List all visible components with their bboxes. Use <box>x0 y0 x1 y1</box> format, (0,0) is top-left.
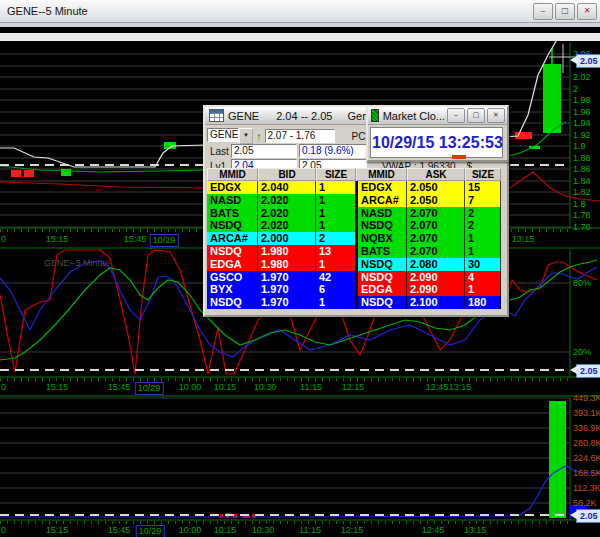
price-cell[interactable]: 1.980 <box>258 258 316 271</box>
price-cell[interactable]: 2.100 <box>407 296 465 309</box>
mmid-cell[interactable]: NSDQ <box>356 296 407 309</box>
mmid-cell[interactable]: BATS <box>207 207 258 220</box>
level2-column-header[interactable]: ASK <box>407 168 465 181</box>
price-cell[interactable]: 2.080 <box>407 258 465 271</box>
up-arrow-icon: ↑ <box>253 130 265 142</box>
clock-datetime: 10/29/15 13:25:53 <box>371 134 503 152</box>
chevron-down-icon[interactable]: ▼ <box>239 128 253 144</box>
mmid-cell[interactable]: NQBX <box>356 232 407 245</box>
symbol-input[interactable]: GENE <box>207 128 239 142</box>
level2-title-quote: 2.04 -- 2.05 <box>276 110 332 122</box>
mmid-cell[interactable]: NSDQ <box>207 296 258 309</box>
price-cell[interactable]: 2.040 <box>258 181 316 194</box>
price-cell[interactable]: 2.070 <box>407 245 465 258</box>
symbol-combobox[interactable]: GENE ▼ <box>207 128 253 144</box>
mmid-cell[interactable]: EDGA <box>356 283 407 296</box>
price-cell[interactable]: 2.090 <box>407 283 465 296</box>
market-clock-window[interactable]: Market Clo... – ▢ ✕ 10/29/15 13:25:53 <box>366 105 509 162</box>
size-cell[interactable]: 180 <box>465 296 501 309</box>
size-cell[interactable]: 42 <box>316 271 356 284</box>
level2-window-icon <box>209 109 224 122</box>
size-cell[interactable]: 1 <box>465 232 501 245</box>
level2-table-header: MMIDBIDSIZEMMIDASKSIZE <box>207 168 501 181</box>
level2-quote-row[interactable]: EDGA1.9801NSDQ2.08030 <box>207 258 501 271</box>
level2-quote-row[interactable]: EDGX2.0401EDGX2.05015 <box>207 181 501 194</box>
level2-quote-row[interactable]: GSCO1.97042NSDQ2.0904 <box>207 271 501 284</box>
mmid-cell[interactable]: ARCA# <box>356 194 407 207</box>
level2-quote-row[interactable]: NSDQ1.98013BATS2.0701 <box>207 245 501 258</box>
price-cell[interactable]: 1.970 <box>258 271 316 284</box>
clock-titlebar[interactable]: Market Clo... – ▢ ✕ <box>368 107 507 125</box>
price-cell[interactable]: 2.020 <box>258 207 316 220</box>
size-cell[interactable]: 15 <box>465 181 501 194</box>
price-cell[interactable]: 2.050 <box>407 181 465 194</box>
volume-blue-line <box>0 466 600 517</box>
price-cell[interactable]: 2.070 <box>407 219 465 232</box>
mmid-cell[interactable]: EDGA <box>207 258 258 271</box>
price-cell[interactable]: 2.070 <box>407 232 465 245</box>
size-cell[interactable]: 2 <box>465 207 501 220</box>
size-cell[interactable]: 13 <box>316 245 356 258</box>
size-cell[interactable]: 1 <box>465 245 501 258</box>
size-cell[interactable]: 1 <box>316 219 356 232</box>
mmid-cell[interactable]: NSDQ <box>356 219 407 232</box>
last-label: Last <box>207 146 231 157</box>
level2-column-header[interactable]: SIZE <box>316 168 356 181</box>
size-cell[interactable]: 2 <box>465 219 501 232</box>
level2-table: EDGX2.0401EDGX2.05015NASD2.0201ARCA#2.05… <box>207 181 501 309</box>
size-cell[interactable]: 4 <box>465 271 501 284</box>
level2-column-header[interactable]: BID <box>258 168 316 181</box>
size-cell[interactable]: 2 <box>316 232 356 245</box>
level2-column-header[interactable]: SIZE <box>465 168 501 181</box>
price-cell[interactable]: 2.070 <box>407 207 465 220</box>
size-cell[interactable]: 1 <box>316 258 356 271</box>
mmid-cell[interactable]: NASD <box>207 194 258 207</box>
price-cell[interactable]: 2.020 <box>258 219 316 232</box>
mmid-cell[interactable]: NASD <box>356 207 407 220</box>
price-cell[interactable]: 2.020 <box>258 194 316 207</box>
mmid-cell[interactable]: BYX <box>207 283 258 296</box>
size-cell[interactable]: 1 <box>316 181 356 194</box>
level2-quote-row[interactable]: NSDQ2.0201NSDQ2.0702 <box>207 219 501 232</box>
price-cell[interactable]: 1.980 <box>258 245 316 258</box>
level2-quote-row[interactable]: NSDQ1.9701NSDQ2.100180 <box>207 296 501 309</box>
last-field[interactable]: 2.05 <box>231 144 297 158</box>
clock-minimize-icon[interactable]: – <box>447 108 465 123</box>
mmid-cell[interactable]: NSDQ <box>356 271 407 284</box>
range-field[interactable]: 2.07 - 1.76 <box>265 129 335 143</box>
trading-app: GENE--5 Minute – ▢ ✕ 2.062.0221.981.961.… <box>0 0 600 537</box>
clock-close-icon[interactable]: ✕ <box>487 108 505 123</box>
price-cell[interactable]: 2.090 <box>407 271 465 284</box>
clock-window-icon <box>371 109 379 122</box>
size-cell[interactable]: 7 <box>465 194 501 207</box>
size-cell[interactable]: 30 <box>465 258 501 271</box>
size-cell[interactable]: 1 <box>316 194 356 207</box>
clock-display: 10/29/15 13:25:53 <box>370 127 503 158</box>
price-cell[interactable]: 1.970 <box>258 283 316 296</box>
mmid-cell[interactable]: BATS <box>356 245 407 258</box>
size-cell[interactable]: 1 <box>316 296 356 309</box>
level2-quote-row[interactable]: BATS2.0201NASD2.0702 <box>207 207 501 220</box>
level2-quote-row[interactable]: NASD2.0201ARCA#2.0507 <box>207 194 501 207</box>
mmid-cell[interactable]: ARCA# <box>207 232 258 245</box>
level2-column-header[interactable]: MMID <box>356 168 407 181</box>
mmid-cell[interactable]: EDGX <box>356 181 407 194</box>
level2-quote-row[interactable]: BYX1.9706EDGA2.0901 <box>207 283 501 296</box>
size-cell[interactable]: 1 <box>316 207 356 220</box>
clock-maximize-icon[interactable]: ▢ <box>467 108 485 123</box>
size-cell[interactable]: 6 <box>316 283 356 296</box>
market-status-indicator <box>452 155 466 159</box>
mmid-cell[interactable]: NSDQ <box>356 258 407 271</box>
change-field[interactable]: 0.18 (9.6%) <box>299 144 367 158</box>
clock-title: Market Clo... <box>383 110 445 122</box>
size-cell[interactable]: 1 <box>465 283 501 296</box>
mmid-cell[interactable]: NSDQ <box>207 245 258 258</box>
price-cell[interactable]: 2.050 <box>407 194 465 207</box>
level2-column-header[interactable]: MMID <box>207 168 258 181</box>
level2-quote-row[interactable]: ARCA#2.0002NQBX2.0701 <box>207 232 501 245</box>
mmid-cell[interactable]: NSDQ <box>207 219 258 232</box>
price-cell[interactable]: 1.970 <box>258 296 316 309</box>
mmid-cell[interactable]: GSCO <box>207 271 258 284</box>
mmid-cell[interactable]: EDGX <box>207 181 258 194</box>
price-cell[interactable]: 2.000 <box>258 232 316 245</box>
